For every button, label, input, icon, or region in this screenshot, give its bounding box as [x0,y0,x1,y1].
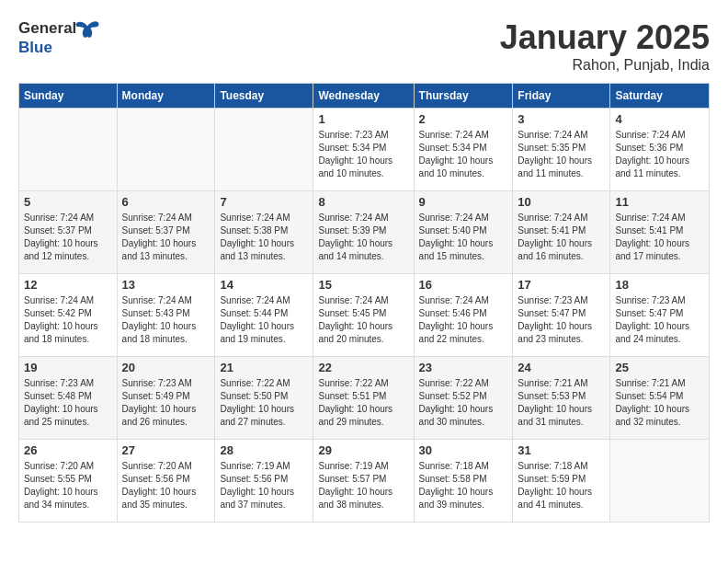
day-info: Sunrise: 7:20 AM Sunset: 5:56 PM Dayligh… [122,460,210,511]
table-row: 9Sunrise: 7:24 AM Sunset: 5:40 PM Daylig… [414,191,513,274]
day-info: Sunrise: 7:24 AM Sunset: 5:34 PM Dayligh… [419,129,508,180]
day-info: Sunrise: 7:23 AM Sunset: 5:47 PM Dayligh… [615,294,704,346]
day-number: 9 [419,195,508,209]
logo-general: General [18,19,76,37]
table-row: 20Sunrise: 7:23 AM Sunset: 5:49 PM Dayli… [117,357,215,440]
day-info: Sunrise: 7:21 AM Sunset: 5:54 PM Dayligh… [615,377,704,429]
table-row: 30Sunrise: 7:18 AM Sunset: 5:58 PM Dayli… [414,440,513,523]
table-row: 28Sunrise: 7:19 AM Sunset: 5:56 PM Dayli… [215,440,313,523]
day-info: Sunrise: 7:19 AM Sunset: 5:56 PM Dayligh… [220,460,308,511]
table-row: 2Sunrise: 7:24 AM Sunset: 5:34 PM Daylig… [414,109,513,191]
day-number: 6 [122,195,210,209]
table-row [117,109,215,191]
table-row: 3Sunrise: 7:24 AM Sunset: 5:35 PM Daylig… [513,109,610,191]
day-info: Sunrise: 7:19 AM Sunset: 5:57 PM Dayligh… [318,460,408,511]
day-number: 2 [419,112,508,126]
day-number: 5 [24,195,112,209]
day-info: Sunrise: 7:20 AM Sunset: 5:55 PM Dayligh… [24,460,112,511]
day-info: Sunrise: 7:23 AM Sunset: 5:48 PM Dayligh… [24,377,112,429]
day-number: 22 [318,361,408,374]
day-number: 17 [518,278,605,292]
logo: General Blue [18,18,74,55]
table-row: 13Sunrise: 7:24 AM Sunset: 5:43 PM Dayli… [117,274,215,357]
day-info: Sunrise: 7:24 AM Sunset: 5:35 PM Dayligh… [518,129,605,180]
day-number: 26 [24,443,112,457]
day-info: Sunrise: 7:24 AM Sunset: 5:38 PM Dayligh… [220,212,308,263]
title-section: January 2025 Rahon, Punjab, India [500,18,710,74]
day-number: 23 [419,361,508,374]
table-row: 16Sunrise: 7:24 AM Sunset: 5:46 PM Dayli… [414,274,513,357]
table-row: 22Sunrise: 7:22 AM Sunset: 5:51 PM Dayli… [313,357,414,440]
table-row [610,440,710,523]
table-row: 14Sunrise: 7:24 AM Sunset: 5:44 PM Dayli… [215,274,313,357]
table-row: 19Sunrise: 7:23 AM Sunset: 5:48 PM Dayli… [19,357,118,440]
table-row: 5Sunrise: 7:24 AM Sunset: 5:37 PM Daylig… [19,191,118,274]
calendar-header-row: Sunday Monday Tuesday Wednesday Thursday… [19,84,710,109]
calendar-week-row: 1Sunrise: 7:23 AM Sunset: 5:34 PM Daylig… [19,109,710,191]
day-info: Sunrise: 7:24 AM Sunset: 5:44 PM Dayligh… [220,294,308,346]
day-number: 12 [24,278,112,292]
day-number: 27 [122,443,210,457]
table-row: 17Sunrise: 7:23 AM Sunset: 5:47 PM Dayli… [513,274,610,357]
day-info: Sunrise: 7:23 AM Sunset: 5:47 PM Dayligh… [518,294,605,346]
table-row: 25Sunrise: 7:21 AM Sunset: 5:54 PM Dayli… [610,357,710,440]
table-row: 4Sunrise: 7:24 AM Sunset: 5:36 PM Daylig… [610,109,710,191]
month-title: January 2025 [500,18,710,57]
day-number: 29 [318,443,408,457]
table-row: 24Sunrise: 7:21 AM Sunset: 5:53 PM Dayli… [513,357,610,440]
table-row: 6Sunrise: 7:24 AM Sunset: 5:37 PM Daylig… [117,191,215,274]
day-number: 1 [318,112,408,126]
day-number: 14 [220,278,308,292]
day-info: Sunrise: 7:24 AM Sunset: 5:43 PM Dayligh… [122,294,210,346]
location: Rahon, Punjab, India [500,57,710,74]
day-number: 19 [24,361,112,374]
calendar-week-row: 26Sunrise: 7:20 AM Sunset: 5:55 PM Dayli… [19,440,710,523]
calendar-table: Sunday Monday Tuesday Wednesday Thursday… [18,83,710,523]
logo-blue: Blue [18,39,52,56]
calendar-week-row: 5Sunrise: 7:24 AM Sunset: 5:37 PM Daylig… [19,191,710,274]
table-row: 18Sunrise: 7:23 AM Sunset: 5:47 PM Dayli… [610,274,710,357]
day-number: 25 [615,361,704,374]
header-monday: Monday [117,84,215,109]
table-row: 21Sunrise: 7:22 AM Sunset: 5:50 PM Dayli… [215,357,313,440]
day-info: Sunrise: 7:18 AM Sunset: 5:59 PM Dayligh… [518,460,605,511]
table-row: 8Sunrise: 7:24 AM Sunset: 5:39 PM Daylig… [313,191,414,274]
day-info: Sunrise: 7:23 AM Sunset: 5:49 PM Dayligh… [122,377,210,429]
day-number: 18 [615,278,704,292]
table-row [19,109,118,191]
day-number: 30 [419,443,508,457]
day-info: Sunrise: 7:22 AM Sunset: 5:50 PM Dayligh… [220,377,308,429]
day-info: Sunrise: 7:18 AM Sunset: 5:58 PM Dayligh… [419,460,508,511]
day-number: 28 [220,443,308,457]
table-row: 1Sunrise: 7:23 AM Sunset: 5:34 PM Daylig… [313,109,414,191]
day-info: Sunrise: 7:24 AM Sunset: 5:41 PM Dayligh… [615,212,704,263]
day-info: Sunrise: 7:21 AM Sunset: 5:53 PM Dayligh… [518,377,605,429]
table-row [215,109,313,191]
day-info: Sunrise: 7:24 AM Sunset: 5:36 PM Dayligh… [615,129,704,180]
day-info: Sunrise: 7:24 AM Sunset: 5:37 PM Dayligh… [122,212,210,263]
day-info: Sunrise: 7:24 AM Sunset: 5:40 PM Dayligh… [419,212,508,263]
day-number: 24 [518,361,605,374]
day-info: Sunrise: 7:23 AM Sunset: 5:34 PM Dayligh… [318,129,408,180]
day-info: Sunrise: 7:24 AM Sunset: 5:39 PM Dayligh… [318,212,408,263]
logo-bird-icon [75,18,99,42]
table-row: 11Sunrise: 7:24 AM Sunset: 5:41 PM Dayli… [610,191,710,274]
table-row: 7Sunrise: 7:24 AM Sunset: 5:38 PM Daylig… [215,191,313,274]
day-info: Sunrise: 7:24 AM Sunset: 5:41 PM Dayligh… [518,212,605,263]
header-thursday: Thursday [414,84,513,109]
table-row: 31Sunrise: 7:18 AM Sunset: 5:59 PM Dayli… [513,440,610,523]
table-row: 15Sunrise: 7:24 AM Sunset: 5:45 PM Dayli… [313,274,414,357]
table-row: 26Sunrise: 7:20 AM Sunset: 5:55 PM Dayli… [19,440,118,523]
day-info: Sunrise: 7:24 AM Sunset: 5:37 PM Dayligh… [24,212,112,263]
day-number: 13 [122,278,210,292]
day-info: Sunrise: 7:22 AM Sunset: 5:51 PM Dayligh… [318,377,408,429]
table-row: 29Sunrise: 7:19 AM Sunset: 5:57 PM Dayli… [313,440,414,523]
header-wednesday: Wednesday [313,84,414,109]
header-tuesday: Tuesday [215,84,313,109]
day-info: Sunrise: 7:24 AM Sunset: 5:42 PM Dayligh… [24,294,112,346]
table-row: 23Sunrise: 7:22 AM Sunset: 5:52 PM Dayli… [414,357,513,440]
day-number: 16 [419,278,508,292]
header-saturday: Saturday [610,84,710,109]
table-row: 10Sunrise: 7:24 AM Sunset: 5:41 PM Dayli… [513,191,610,274]
header-friday: Friday [513,84,610,109]
